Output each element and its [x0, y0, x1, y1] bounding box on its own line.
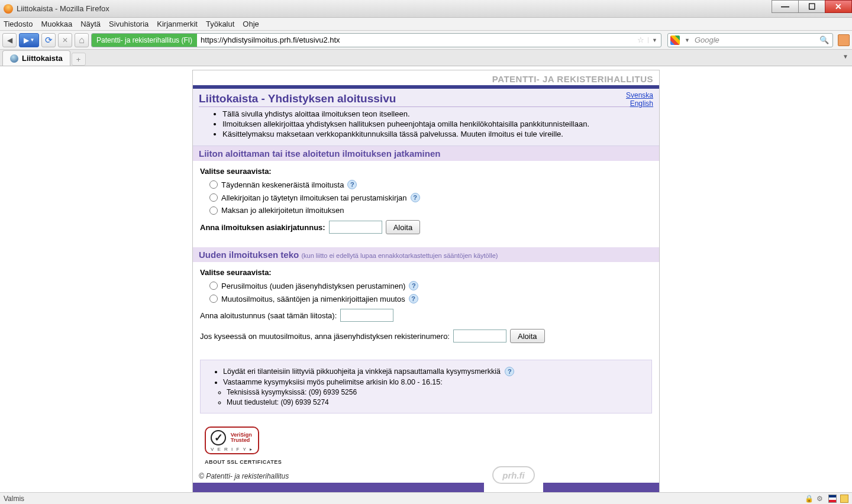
site-identity-badge[interactable]: Patentti- ja rekisterihallitus (FI) — [92, 34, 197, 47]
tab-list-dropdown-icon[interactable]: ▼ — [843, 53, 848, 60]
close-button[interactable] — [825, 0, 852, 13]
url-dropdown-icon[interactable]: ▼ — [648, 37, 661, 43]
nav-toolbar: ▶ Patentti- ja rekisterihallitus (FI) ht… — [0, 31, 852, 50]
google-icon — [670, 35, 680, 45]
reload-button[interactable] — [41, 33, 56, 47]
menu-help[interactable]: Ohje — [243, 20, 259, 28]
url-text[interactable]: https://yhdistysilmoitus.prh.fi/etusivu2… — [197, 35, 634, 44]
search-engine-dropdown-icon[interactable]: ▼ — [682, 37, 692, 43]
url-bar[interactable]: Patentti- ja rekisterihallitus (FI) http… — [91, 33, 661, 47]
home-button[interactable] — [75, 33, 89, 47]
tab-label: Liittokaista — [22, 54, 63, 63]
toolbar-addon-icon[interactable] — [838, 34, 850, 46]
back-button[interactable] — [2, 33, 17, 47]
menu-edit[interactable]: Muokkaa — [41, 20, 72, 28]
minimize-button[interactable] — [772, 0, 799, 13]
menu-view[interactable]: Näytä — [80, 20, 101, 28]
search-bar[interactable]: ▼ Google 🔍 — [667, 33, 833, 47]
search-icon[interactable]: 🔍 — [816, 35, 832, 44]
stop-button[interactable] — [58, 33, 72, 47]
bookmark-star-icon[interactable]: ☆ — [634, 35, 648, 44]
tab-strip: Liittokaista + ▼ — [0, 50, 852, 66]
menu-bookmarks[interactable]: Kirjanmerkit — [157, 20, 198, 28]
window-titlebar: Liittokaista - Mozilla Firefox — [0, 0, 852, 18]
forward-dropdown-button[interactable]: ▶ — [19, 33, 39, 47]
maximize-button[interactable] — [798, 0, 825, 13]
menu-history[interactable]: Sivuhistoria — [109, 20, 149, 28]
menu-bar: Tiedosto Muokkaa Näytä Sivuhistoria Kirj… — [0, 18, 852, 31]
new-tab-button[interactable]: + — [72, 53, 86, 66]
globe-icon — [10, 54, 18, 63]
window-controls — [772, 0, 852, 13]
tab-active[interactable]: Liittokaista — [2, 50, 70, 66]
firefox-icon — [4, 4, 13, 14]
search-placeholder[interactable]: Google — [692, 35, 816, 44]
window-title: Liittokaista - Mozilla Firefox — [17, 4, 109, 13]
menu-tools[interactable]: Työkalut — [206, 20, 234, 28]
menu-file[interactable]: Tiedosto — [4, 20, 33, 28]
